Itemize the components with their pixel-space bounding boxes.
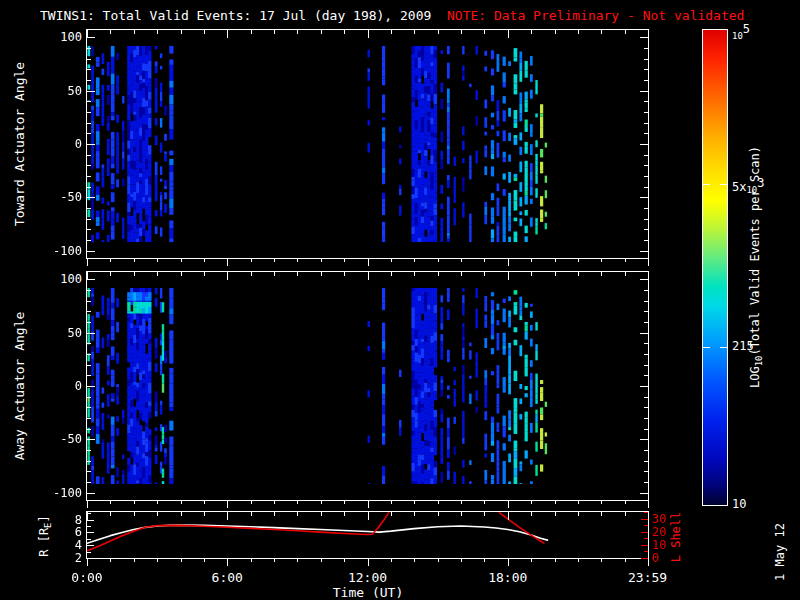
- away-heatmap-canvas: [87, 272, 648, 500]
- tick-mark: [640, 439, 648, 440]
- tick-mark: [640, 279, 648, 280]
- tick-mark: [204, 258, 205, 262]
- tick-mark: [297, 272, 298, 276]
- tick-mark: [461, 558, 462, 562]
- tick-mark: [157, 258, 158, 262]
- tick-mark: [274, 258, 275, 262]
- tick-mark: [644, 48, 648, 49]
- tick-mark: [157, 500, 158, 504]
- tick-mark: [87, 493, 95, 494]
- colorbar-tick-label: 10: [732, 497, 746, 511]
- tick-mark: [461, 512, 462, 516]
- tick-mark: [297, 500, 298, 504]
- tick-mark: [508, 30, 509, 38]
- tick-mark: [461, 258, 462, 262]
- tick-mark: [344, 558, 345, 562]
- tick-mark: [644, 59, 648, 60]
- tick-mark: [110, 258, 111, 262]
- tick-mark: [87, 187, 91, 188]
- tick-mark: [134, 258, 135, 262]
- angle-tick-label: 50: [42, 84, 82, 98]
- tick-mark: [157, 30, 158, 34]
- colorbar-tick-label: 5x103: [732, 176, 765, 195]
- tick-mark: [87, 354, 91, 355]
- tick-mark: [644, 311, 648, 312]
- tick-mark: [720, 184, 727, 185]
- time-tick-label: 12:00: [338, 570, 398, 585]
- tick-mark: [555, 30, 556, 34]
- tick-mark: [87, 279, 95, 280]
- time-tick-label: 23:59: [618, 570, 678, 585]
- angle-tick-label: 100: [42, 272, 82, 286]
- tick-mark: [641, 558, 648, 559]
- tick-mark: [625, 30, 626, 34]
- r-label-pre: R [R: [37, 528, 51, 557]
- tick-mark: [644, 429, 648, 430]
- tick-mark: [297, 558, 298, 562]
- tick-mark: [87, 37, 95, 38]
- tick-mark: [134, 272, 135, 276]
- tick-mark: [555, 258, 556, 262]
- away-panel: [86, 271, 649, 501]
- tick-mark: [508, 272, 509, 280]
- tick-mark: [648, 500, 649, 508]
- tick-mark: [227, 258, 228, 266]
- tick-mark: [640, 493, 648, 494]
- tick-mark: [87, 251, 95, 252]
- tick-mark: [720, 347, 727, 348]
- tick-mark: [414, 500, 415, 504]
- tick-mark: [87, 471, 91, 472]
- angle-tick-label: 0: [42, 379, 82, 393]
- tick-mark: [344, 258, 345, 262]
- tick-mark: [644, 538, 648, 539]
- tick-mark: [555, 558, 556, 562]
- tick-mark: [703, 347, 710, 348]
- lshell-tick-label: 10: [652, 538, 678, 552]
- tick-mark: [181, 500, 182, 504]
- tick-mark: [644, 229, 648, 230]
- angle-tick-label: 100: [42, 30, 82, 44]
- tick-mark: [87, 59, 91, 60]
- tick-mark: [601, 258, 602, 262]
- colorbar: [702, 29, 728, 506]
- tick-mark: [640, 197, 648, 198]
- tick-mark: [87, 301, 91, 302]
- tick-mark: [87, 343, 91, 344]
- tick-mark: [640, 251, 648, 252]
- tick-mark: [578, 500, 579, 504]
- tick-mark: [251, 500, 252, 504]
- tick-mark: [204, 558, 205, 562]
- tick-mark: [274, 30, 275, 34]
- tick-mark: [578, 558, 579, 562]
- tick-mark: [87, 208, 91, 209]
- tick-mark: [644, 208, 648, 209]
- figure-root: TWINS1: Total Valid Events: 17 Jul (day …: [0, 0, 800, 600]
- tick-mark: [644, 365, 648, 366]
- r-tick-label: 2: [58, 551, 82, 565]
- tick-mark: [87, 197, 95, 198]
- tick-mark: [644, 290, 648, 291]
- tick-mark: [87, 365, 91, 366]
- toward-heatmap-canvas: [87, 30, 648, 258]
- r-label-sub: E: [43, 522, 53, 527]
- tick-mark: [625, 512, 626, 516]
- page-title: TWINS1: Total Valid Events: 17 Jul (day …: [40, 8, 744, 23]
- tick-mark: [110, 558, 111, 562]
- tick-mark: [87, 258, 88, 266]
- tick-mark: [87, 482, 91, 483]
- tick-mark: [414, 30, 415, 34]
- date-stamp: 1 May 12: [773, 523, 787, 581]
- tick-mark: [134, 558, 135, 562]
- tick-mark: [87, 69, 91, 70]
- tick-mark: [484, 258, 485, 262]
- tick-mark: [640, 144, 648, 145]
- tick-mark: [87, 165, 91, 166]
- tick-mark: [87, 526, 91, 527]
- tick-mark: [644, 240, 648, 241]
- title-main: TWINS1: Total Valid Events: 17 Jul (day …: [40, 8, 431, 23]
- tick-mark: [87, 386, 95, 387]
- tick-mark: [648, 30, 649, 38]
- tick-mark: [87, 418, 91, 419]
- tick-mark: [644, 176, 648, 177]
- tick-mark: [87, 176, 91, 177]
